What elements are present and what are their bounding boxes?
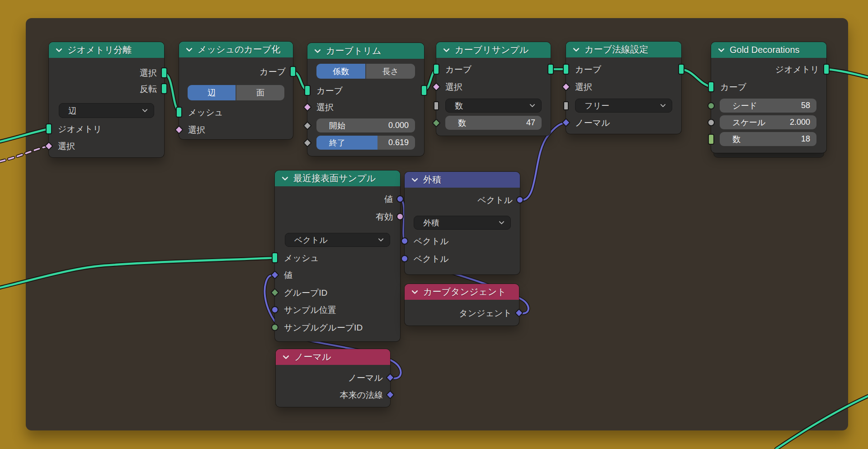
input-selection-label: 選択: [575, 83, 592, 91]
socket-curve-io-in[interactable]: [304, 85, 311, 96]
seed-slider-label: シード: [732, 100, 757, 111]
node-title: ノーマル: [294, 351, 331, 363]
seed-slider[interactable]: シード58: [720, 99, 816, 113]
mode-buttons: 辺面: [188, 85, 284, 100]
chevron-down-icon: [142, 109, 148, 113]
end-slider[interactable]: 終了0.619: [316, 136, 415, 150]
chevron-down-icon: [499, 221, 505, 225]
socket-input-sample-position-in[interactable]: [271, 306, 278, 313]
scale-slider[interactable]: スケール2.000: [720, 115, 816, 129]
input-vector-1-label: ベクトル: [414, 237, 449, 246]
socket-input-mesh-in[interactable]: [176, 107, 182, 118]
mode-dropdown[interactable]: フリー: [575, 99, 672, 113]
input-normal-label: ノーマル: [575, 118, 610, 127]
socket-input-vector-1-in[interactable]: [401, 237, 408, 245]
curve-io-label: カーブ: [316, 86, 343, 95]
input-selection-label: 選択: [316, 103, 334, 112]
collapse-chevron-icon[interactable]: [282, 176, 288, 181]
socket-output-curve-out[interactable]: [290, 66, 296, 77]
output-selection-label: 選択: [140, 69, 157, 77]
node-title: カーブリサンプル: [455, 44, 528, 56]
node-title: メッシュのカーブ化: [198, 43, 280, 56]
count-slider[interactable]: 数47: [445, 116, 542, 130]
node-trim-curve: カーブトリム係数長さカーブ選択開始0.000終了0.619: [307, 43, 424, 156]
input-value-label: 値: [284, 271, 292, 279]
node-header[interactable]: ジオメトリ分離: [49, 42, 164, 58]
collapse-chevron-icon[interactable]: [411, 290, 418, 294]
curve-io-label: カーブ: [445, 65, 472, 74]
socket-input-geometry-in[interactable]: [46, 123, 52, 134]
node-header[interactable]: カーブリサンプル: [436, 42, 551, 58]
seed-slider-value: 58: [801, 101, 810, 110]
collapse-chevron-icon[interactable]: [314, 49, 321, 53]
socket-input-vector-2-in[interactable]: [401, 255, 408, 262]
socket-curve-io-out[interactable]: [421, 85, 427, 96]
node-resample-curve: カーブリサンプルカーブ選択数数47: [436, 42, 551, 136]
start-slider-value: 0.000: [388, 121, 409, 130]
node-curve-tangent: カーブタンジェントタンジェント: [405, 284, 519, 326]
input-mesh-label: メッシュ: [188, 108, 223, 117]
mode-dropdown[interactable]: 数: [445, 99, 542, 113]
socket-curve-io-out[interactable]: [547, 64, 554, 75]
start-slider[interactable]: 開始0.000: [316, 118, 415, 132]
socket-scale-slider-in[interactable]: [708, 119, 715, 126]
socket-output-selection-out[interactable]: [161, 67, 167, 78]
chevron-down-icon: [378, 238, 384, 242]
chevron-down-icon: [660, 104, 666, 108]
socket-mode-dropdown-in[interactable]: [563, 101, 569, 110]
socket-input-sample-group-id-in[interactable]: [271, 324, 278, 331]
node-sample-nearest-surface: 最近接表面サンプル値有効ベクトルメッシュ値グループIDサンプル位置サンプルグルー…: [275, 170, 400, 341]
socket-seed-slider-in[interactable]: [708, 102, 715, 109]
mode-buttons-option-2[interactable]: 長さ: [365, 64, 415, 79]
node-title: 最近接表面サンプル: [293, 172, 376, 184]
domain-dropdown[interactable]: 辺: [59, 103, 154, 118]
socket-mode-dropdown-in[interactable]: [434, 101, 439, 110]
socket-output-vector-out[interactable]: [516, 196, 524, 203]
node-header[interactable]: ノーマル: [276, 349, 390, 365]
socket-output-geometry-out[interactable]: [823, 64, 830, 75]
scale-slider-value: 2.000: [790, 118, 810, 127]
curve-io-label: カーブ: [575, 65, 601, 74]
output-true-normal-label: 本来の法線: [340, 391, 383, 399]
input-vector-2-label: ベクトル: [414, 255, 449, 263]
node-header[interactable]: 外積: [405, 172, 520, 188]
mode-dropdown-value: フリー: [585, 100, 609, 111]
socket-count-slider-in[interactable]: [708, 134, 714, 145]
node-header[interactable]: 最近接表面サンプル: [275, 170, 400, 186]
mode-buttons-option-2[interactable]: 面: [236, 85, 284, 100]
socket-curve-io-in[interactable]: [433, 64, 439, 75]
collapse-chevron-icon[interactable]: [186, 47, 193, 52]
node-title: 外積: [423, 174, 441, 186]
mode-buttons-option-1[interactable]: 係数: [316, 64, 365, 79]
node-title: カーブ法線設定: [585, 43, 648, 56]
collapse-chevron-icon[interactable]: [573, 47, 580, 52]
socket-output-valid-out[interactable]: [396, 213, 404, 220]
node-header[interactable]: カーブタンジェント: [405, 284, 519, 300]
collapse-chevron-icon[interactable]: [443, 48, 450, 52]
socket-input-mesh-in[interactable]: [272, 252, 278, 263]
socket-output-value-out[interactable]: [396, 195, 404, 203]
input-selection-label: 選択: [188, 126, 205, 134]
count-slider[interactable]: 数18: [720, 132, 816, 146]
end-slider-label: 終了: [329, 137, 345, 148]
operation-dropdown[interactable]: 外積: [414, 216, 511, 230]
mode-dropdown-value: 数: [455, 100, 463, 111]
socket-curve-io-in[interactable]: [563, 64, 569, 75]
socket-output-inverted-out[interactable]: [161, 83, 167, 94]
type-dropdown[interactable]: ベクトル: [285, 233, 390, 247]
output-curve-label: カーブ: [259, 67, 286, 76]
collapse-chevron-icon[interactable]: [283, 355, 289, 359]
socket-input-curve-in[interactable]: [708, 81, 714, 92]
node-title: Gold Decorations: [730, 45, 800, 55]
collapse-chevron-icon[interactable]: [718, 48, 725, 52]
node-header[interactable]: メッシュのカーブ化: [179, 42, 293, 57]
collapse-chevron-icon[interactable]: [411, 178, 418, 182]
mode-buttons-option-1[interactable]: 辺: [188, 85, 236, 100]
collapse-chevron-icon[interactable]: [56, 48, 62, 52]
node-header[interactable]: カーブトリム: [307, 43, 424, 59]
node-header[interactable]: Gold Decorations: [711, 42, 826, 58]
node-header[interactable]: カーブ法線設定: [566, 42, 681, 57]
socket-curve-io-out[interactable]: [678, 64, 684, 75]
input-sample-position-label: サンプル位置: [284, 306, 336, 314]
node-cross-product: 外積ベクトル外積ベクトルベクトル: [405, 172, 520, 274]
